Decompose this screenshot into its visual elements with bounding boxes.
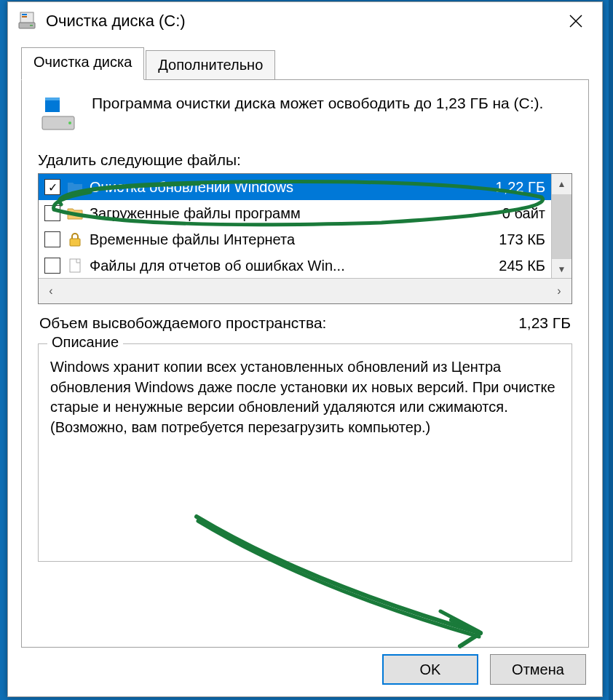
description-title: Описание: [47, 334, 123, 351]
file-name: Временные файлы Интернета: [90, 231, 493, 248]
freed-space-value: 1,23 ГБ: [518, 314, 571, 332]
svg-rect-9: [70, 239, 80, 246]
close-button[interactable]: [558, 4, 593, 39]
drive-icon: [38, 93, 79, 134]
tab-cleanup[interactable]: Очистка диска: [21, 47, 144, 80]
window-title: Очистка диска (C:): [46, 12, 558, 31]
scroll-left-arrow[interactable]: ‹: [39, 279, 63, 303]
file-size: 0 байт: [502, 205, 548, 222]
file-size: 245 КБ: [499, 258, 548, 274]
description-group: Описание Windows хранит копии всех устан…: [38, 343, 572, 562]
horizontal-scrollbar[interactable]: ‹ ›: [39, 278, 572, 303]
file-checkbox[interactable]: [44, 205, 60, 221]
file-name: Загруженные файлы программ: [90, 205, 497, 222]
file-list: ✓Очистка обновлений Windows1,22 ГБЗагруж…: [38, 173, 572, 304]
vertical-scrollbar[interactable]: ▲ ▼: [551, 174, 572, 279]
dialog-window: Очистка диска (C:) Очистка диска Дополни…: [7, 1, 603, 697]
page-icon: [66, 257, 84, 274]
file-checkbox[interactable]: [44, 231, 60, 247]
svg-rect-4: [30, 25, 33, 26]
svg-rect-7: [45, 98, 60, 100]
file-checkbox[interactable]: ✓: [44, 179, 60, 195]
file-size: 1,22 ГБ: [496, 179, 548, 196]
folder-yellow-icon: [66, 204, 84, 222]
scroll-up-arrow[interactable]: ▲: [552, 174, 572, 194]
ok-button[interactable]: OK: [382, 654, 478, 685]
description-text: Windows хранит копии всех установленных …: [50, 357, 560, 437]
info-text: Программа очистки диска может освободить…: [92, 93, 543, 114]
lock-icon: [66, 231, 84, 248]
file-list-row[interactable]: Файлы для отчетов об ошибках Win...245 К…: [39, 252, 572, 279]
scroll-thumb[interactable]: [552, 194, 572, 259]
file-size: 173 КБ: [499, 231, 548, 248]
tab-advanced[interactable]: Дополнительно: [146, 50, 275, 79]
svg-point-8: [68, 122, 71, 124]
cancel-button[interactable]: Отмена: [490, 654, 586, 685]
disk-cleanup-icon: [17, 11, 37, 31]
tab-panel-cleanup: Программа очистки диска может освободить…: [21, 80, 589, 648]
folder-blue-icon: [66, 178, 84, 196]
scroll-down-arrow[interactable]: ▼: [552, 259, 572, 279]
freed-space-label: Объем высвобождаемого пространства:: [39, 314, 326, 332]
file-list-row[interactable]: ✓Очистка обновлений Windows1,22 ГБ: [39, 174, 572, 200]
tab-strip: Очистка диска Дополнительно: [21, 47, 589, 80]
file-checkbox[interactable]: [44, 258, 60, 274]
file-list-row[interactable]: Загруженные файлы программ0 байт: [39, 200, 572, 226]
svg-rect-10: [70, 259, 80, 272]
scroll-right-arrow[interactable]: ›: [547, 279, 572, 303]
svg-rect-3: [22, 16, 27, 17]
files-to-delete-label: Удалить следующие файлы:: [38, 151, 572, 169]
file-name: Файлы для отчетов об ошибках Win...: [90, 258, 493, 274]
titlebar: Очистка диска (C:): [8, 2, 602, 40]
file-name: Очистка обновлений Windows: [90, 179, 490, 196]
svg-rect-2: [22, 14, 27, 15]
file-list-row[interactable]: Временные файлы Интернета173 КБ: [39, 226, 572, 252]
